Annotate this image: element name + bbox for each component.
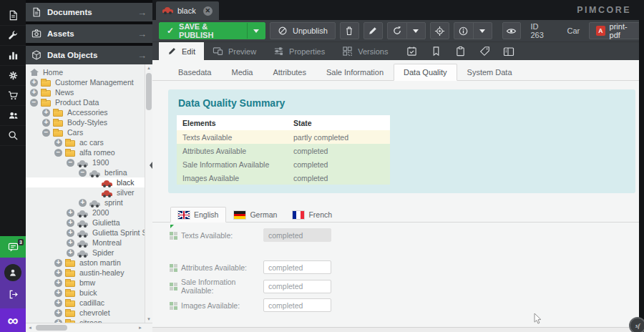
tree-node[interactable]: sprint: [26, 197, 145, 208]
language-tab[interactable]: German: [226, 207, 285, 223]
tree-node[interactable]: 1900: [26, 157, 145, 167]
document-tab-black[interactable]: black ✕: [156, 1, 219, 20]
user-avatar[interactable]: [4, 264, 21, 281]
scheduler-calendar-icon[interactable]: [399, 42, 424, 60]
scroll-left-icon[interactable]: ◄: [28, 326, 32, 330]
tree-expander-icon[interactable]: [67, 249, 74, 257]
tab-edit[interactable]: Edit: [159, 42, 204, 60]
tree-node[interactable]: Home: [26, 67, 145, 77]
tree-node[interactable]: Accessories: [26, 107, 145, 117]
tree-expander-icon[interactable]: [30, 99, 38, 107]
object-tab[interactable]: System Data: [457, 64, 522, 81]
tree-node[interactable]: Montreal: [26, 238, 145, 248]
customers-icon[interactable]: [0, 106, 26, 126]
tree-expander-icon[interactable]: [79, 169, 87, 177]
tree-node[interactable]: 2000: [26, 208, 145, 218]
tree-node[interactable]: citroen: [26, 318, 145, 323]
close-icon[interactable]: ✕: [203, 6, 213, 16]
tree-expander-icon[interactable]: [54, 139, 62, 147]
scrollbar-thumb[interactable]: [146, 73, 152, 110]
tree-node[interactable]: News: [26, 87, 145, 97]
profiler-button[interactable]: sf: [629, 317, 644, 332]
tree-expander-icon[interactable]: [30, 79, 38, 87]
tree-node[interactable]: Cars: [26, 127, 145, 137]
info-dropdown-caret[interactable]: [473, 23, 492, 39]
tree-node[interactable]: Gulietta Sprint Specia: [26, 228, 145, 238]
tree-expander-icon[interactable]: [67, 209, 74, 217]
tree-expander-icon[interactable]: [42, 129, 50, 137]
tree-expander-icon[interactable]: [54, 289, 62, 297]
tree-vertical-scrollbar[interactable]: ▲ ▼: [145, 64, 152, 323]
tree-node[interactable]: Spider: [26, 248, 145, 258]
tab-properties[interactable]: Properties: [265, 42, 333, 60]
documents-icon[interactable]: [0, 6, 26, 26]
tab-versions[interactable]: Versions: [333, 42, 396, 60]
save-publish-button[interactable]: ✓SAVE & PUBLISH: [159, 22, 265, 39]
scroll-up-icon[interactable]: ▲: [145, 66, 152, 70]
tree-node[interactable]: Product Data: [26, 97, 145, 107]
notes-clipboard-icon[interactable]: [448, 42, 472, 60]
preview-eye-button[interactable]: [502, 22, 522, 39]
tree-node[interactable]: aston martin: [26, 258, 145, 268]
field-value-input[interactable]: completed: [263, 228, 331, 242]
tree-node[interactable]: chevrolet: [26, 308, 145, 318]
infinity-logo[interactable]: ∞: [0, 308, 26, 332]
tree-node[interactable]: bmw: [26, 278, 145, 288]
tree-node[interactable]: austin-healey: [26, 268, 145, 278]
panel-documents[interactable]: Documents →: [26, 3, 152, 21]
ecommerce-icon[interactable]: [0, 86, 26, 106]
object-tab[interactable]: Data Quality: [394, 64, 457, 81]
language-tab[interactable]: English: [170, 207, 226, 223]
field-value-input[interactable]: completed: [263, 298, 331, 312]
reports-icon[interactable]: [0, 46, 26, 66]
tree-node[interactable]: ac cars: [26, 137, 145, 147]
tree-expander-icon[interactable]: [30, 89, 38, 97]
field-value-input[interactable]: completed: [263, 280, 331, 293]
panel-data-objects[interactable]: Data Objects →: [26, 46, 152, 64]
delete-button[interactable]: [340, 22, 359, 39]
tree-node[interactable]: alfa romeo: [26, 147, 145, 157]
reload-button[interactable]: [388, 23, 406, 39]
rename-button[interactable]: [364, 22, 383, 39]
tree-expander-icon[interactable]: [54, 309, 62, 317]
scrollbar-thumb[interactable]: [36, 325, 67, 331]
tree-node[interactable]: silver: [26, 187, 145, 197]
object-tab[interactable]: Media: [221, 64, 263, 81]
panel-assets[interactable]: Assets →: [26, 24, 152, 43]
tree-node[interactable]: cadillac: [26, 298, 145, 308]
tree-expander-icon[interactable]: [54, 149, 62, 157]
object-tab[interactable]: Sale Information: [316, 64, 394, 81]
chat-button[interactable]: 3: [0, 236, 26, 258]
unpublish-button[interactable]: Unpublish: [270, 22, 336, 39]
tree-expander-icon[interactable]: [42, 109, 50, 117]
tag-icon[interactable]: [472, 42, 497, 60]
search-icon[interactable]: [0, 126, 26, 146]
tab-preview[interactable]: Preview: [204, 42, 265, 60]
object-tab[interactable]: Attributes: [263, 64, 316, 81]
tree-node[interactable]: berlina: [26, 167, 145, 177]
tools-icon[interactable]: [0, 26, 26, 46]
reload-dropdown-caret[interactable]: [406, 23, 425, 39]
print-pdf-button[interactable]: A print-pdf: [589, 22, 644, 39]
tree-expander-icon[interactable]: [54, 269, 62, 277]
info-button[interactable]: [454, 23, 473, 39]
tree-node[interactable]: Customer Management: [26, 77, 145, 87]
settings-icon[interactable]: [0, 66, 26, 86]
save-dropdown-caret[interactable]: [247, 23, 265, 39]
field-value-input[interactable]: completed: [263, 260, 331, 274]
layout-book-icon[interactable]: [497, 42, 521, 60]
tree-expander-icon[interactable]: [54, 259, 62, 267]
tree-expander-icon[interactable]: [79, 199, 87, 207]
bookmark-icon[interactable]: [424, 42, 448, 60]
tree-node[interactable]: buick: [26, 288, 145, 298]
object-tab[interactable]: Basedata: [168, 64, 221, 81]
language-tab[interactable]: French: [285, 207, 340, 223]
sidebar-collapse-handle[interactable]: [150, 162, 152, 169]
scroll-right-icon[interactable]: ►: [138, 326, 142, 330]
scroll-down-icon[interactable]: ▼: [145, 317, 152, 321]
tree-node[interactable]: Giulietta: [26, 218, 145, 228]
tree-expander-icon[interactable]: [67, 229, 74, 237]
tree-node[interactable]: Body-Styles: [26, 117, 145, 127]
locate-in-tree-button[interactable]: [430, 22, 449, 39]
tree-horizontal-scrollbar[interactable]: ◄ ►: [26, 323, 152, 332]
